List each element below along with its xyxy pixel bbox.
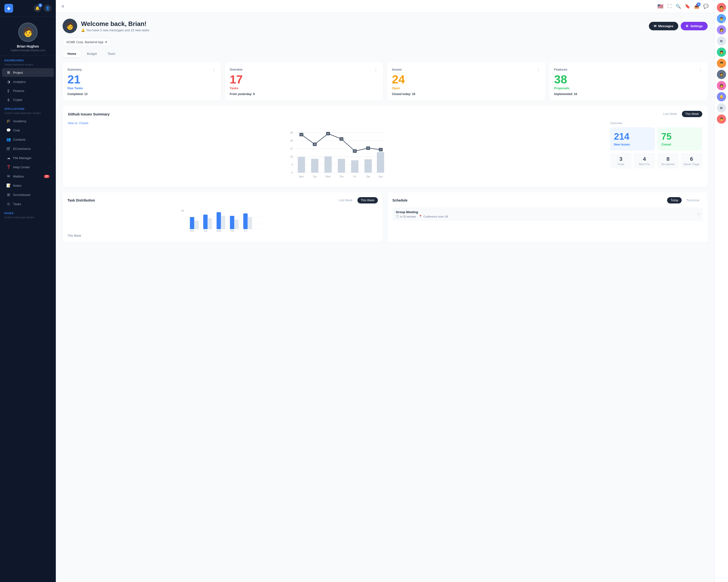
tomorrow-button[interactable]: Tomorrow	[683, 197, 703, 203]
right-avatar-7[interactable]: 🧔	[717, 70, 726, 79]
profile-avatar: 🧑	[18, 23, 37, 42]
app-logo[interactable]: ◆	[4, 4, 13, 12]
sidebar-item-mailbox[interactable]: ✉ Mailbox 27	[2, 172, 54, 181]
inbox-icon[interactable]: 📥 5	[694, 4, 699, 9]
profile-icon-button[interactable]: 👤	[44, 4, 51, 12]
sidebar-item-analytics[interactable]: ◑ Analytics	[2, 77, 54, 86]
summary-cards: Summary ⋮ 21 Due Tasks Completed: 13 Ove…	[62, 62, 708, 101]
schedule-arrow-icon[interactable]: ›	[698, 212, 699, 216]
svg-rect-49	[217, 212, 221, 229]
apps-section-sublabel: Custom made application designs	[0, 112, 56, 116]
profile-name: Brian Hughes	[17, 45, 39, 48]
sidebar-item-ecommerce[interactable]: 🛒 ECommerce ›	[2, 144, 54, 153]
triage-label: Needs Triage	[683, 163, 700, 166]
hamburger-button[interactable]: ≡	[62, 4, 64, 9]
features-card-menu[interactable]: ⋮	[698, 67, 703, 72]
notifications-button[interactable]: 🔔 3	[33, 4, 41, 12]
right-avatar-6[interactable]: 👦	[717, 59, 726, 68]
sidebar-item-notes[interactable]: 📝 Notes	[2, 181, 54, 190]
overdue-card-menu[interactable]: ⋮	[374, 67, 378, 72]
chat-topbar-icon[interactable]: 💬	[703, 4, 709, 9]
sidebar-item-label-project: Project	[13, 71, 23, 75]
sidebar-item-helpcenter[interactable]: ❓ Help Center ›	[2, 163, 54, 171]
svg-text:36: 36	[290, 139, 293, 142]
right-avatar-10[interactable]: M	[717, 103, 726, 113]
right-avatar-3[interactable]: 👩	[717, 25, 726, 34]
schedule-title: Schedule	[392, 198, 408, 202]
sidebar-item-finance[interactable]: ₿ Finance	[2, 87, 54, 95]
sidebar-item-scrumboard[interactable]: ⊞ Scrumboard	[2, 190, 54, 199]
closed-number: 75	[661, 132, 698, 142]
today-button[interactable]: Today	[667, 197, 682, 203]
wontfix-number: 4	[636, 156, 653, 162]
search-icon[interactable]: 🔍	[676, 4, 681, 9]
messages-button[interactable]: ✉ Messages	[649, 22, 678, 30]
right-avatar-8[interactable]: 👩	[717, 81, 726, 90]
right-avatar-9[interactable]: 👱	[717, 92, 726, 101]
issues-card-menu[interactable]: ⋮	[536, 67, 541, 72]
sidebar-item-crypto[interactable]: $ Crypto	[2, 95, 54, 104]
svg-text:Thu: Thu	[339, 175, 343, 178]
reopened-label: Re-opened	[659, 163, 676, 166]
svg-text:Wed: Wed	[216, 230, 221, 231]
sidebar-item-contacts[interactable]: 👥 Contacts	[2, 135, 54, 144]
sidebar-item-chat[interactable]: 💬 Chat	[2, 126, 54, 135]
chart-label: New vs. Closed	[68, 121, 605, 125]
location-icon: 📍	[419, 215, 422, 218]
svg-text:40: 40	[182, 210, 184, 212]
settings-gear-icon: ⚙	[685, 24, 688, 28]
overdue-card-title: Overdue	[230, 68, 243, 71]
chat-icon: 💬	[6, 128, 11, 132]
summary-card-sub: Completed: 13	[68, 92, 216, 96]
right-avatar-5[interactable]: 👧	[717, 48, 726, 57]
svg-text:Fri: Fri	[353, 175, 356, 178]
chart-area: New vs. Closed 45 36 27 18	[68, 121, 605, 182]
ecommerce-arrow: ›	[49, 147, 50, 150]
left-sidebar: ◆ 🔔 3 👤 🧑 Brian Hughes hughes.brian@comp…	[0, 0, 56, 582]
project-selector-arrow: ▾	[105, 40, 107, 44]
sidebar-item-academy[interactable]: 🎓 Academy	[2, 117, 54, 126]
svg-text:Sun: Sun	[379, 175, 383, 178]
svg-text:Tue: Tue	[204, 230, 207, 231]
flag-icon[interactable]: 🇺🇸	[657, 3, 664, 9]
ecommerce-icon: 🛒	[6, 146, 11, 151]
right-avatar-2[interactable]: 👨	[717, 14, 726, 23]
svg-rect-53	[243, 213, 248, 229]
github-content: New vs. Closed 45 36 27 18	[68, 121, 702, 182]
this-week-button[interactable]: This Week	[682, 111, 702, 117]
task-last-week-button[interactable]: Last Week	[335, 197, 356, 203]
tab-team[interactable]: Team	[103, 50, 120, 57]
svg-text:Mon: Mon	[299, 175, 304, 178]
summary-card-menu[interactable]: ⋮	[212, 67, 216, 72]
svg-text:Thu: Thu	[230, 230, 234, 231]
sidebar-item-project[interactable]: ⊞ Project	[2, 68, 54, 77]
sidebar-item-tasks[interactable]: ⊙ Tasks	[2, 200, 54, 208]
bookmark-icon[interactable]: 🔖	[685, 4, 690, 9]
right-avatar-11[interactable]: 👨	[717, 114, 726, 124]
settings-button[interactable]: ⚙ Settings	[681, 22, 708, 30]
sidebar-item-filemanager[interactable]: ☁ File Manager	[2, 154, 54, 162]
triage-stat: 6 Needs Triage	[681, 153, 702, 169]
last-week-button[interactable]: Last Week	[660, 111, 680, 117]
pages-section-label: PAGES	[0, 209, 56, 216]
svg-text:20: 20	[354, 150, 356, 152]
task-this-week-button[interactable]: This Week	[358, 197, 378, 203]
features-card-number: 38	[554, 74, 703, 85]
sidebar-top-icons: 🔔 3 👤	[33, 4, 51, 12]
fullscreen-icon[interactable]: ⛶	[667, 4, 672, 9]
sidebar-item-label-filemanager: File Manager	[13, 156, 31, 160]
svg-rect-14	[324, 157, 332, 173]
right-avatar-1[interactable]: 🧑	[717, 3, 726, 12]
closed-card: 75 Closed	[657, 127, 702, 150]
tab-budget[interactable]: Budget	[82, 50, 102, 57]
project-selector[interactable]: ACME Corp. Backend App ▾	[62, 38, 111, 46]
reopened-number: 8	[659, 156, 676, 162]
issues-card: Issues ⋮ 24 Open Closed today: 19	[387, 62, 546, 101]
github-chart-svg: 45 36 27 18 9 0	[68, 128, 605, 181]
svg-text:22: 22	[380, 148, 382, 151]
welcome-subtitle: 🔔 You have 2 new messages and 15 new tas…	[81, 28, 149, 32]
svg-rect-48	[208, 218, 212, 229]
right-avatar-4[interactable]: M	[717, 36, 726, 46]
tab-home[interactable]: Home	[62, 50, 81, 57]
github-issues-section: Github Issues Summary Last Week This Wee…	[62, 106, 708, 188]
